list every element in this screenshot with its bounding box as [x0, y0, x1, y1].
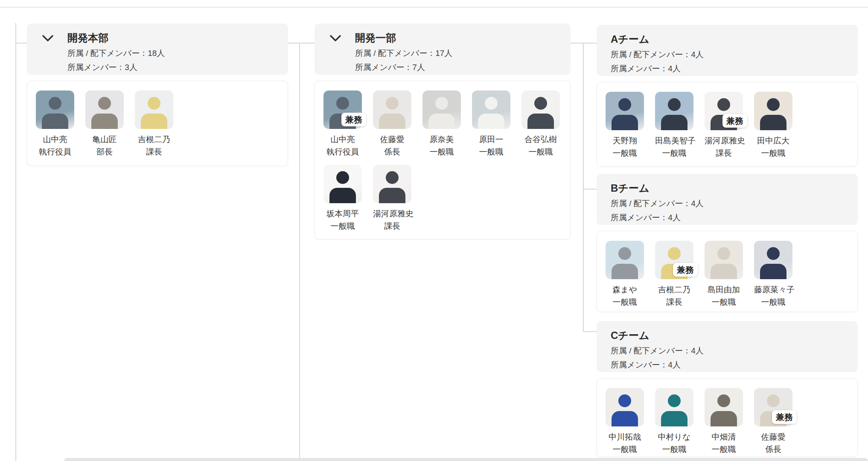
member-photo-image — [323, 165, 362, 203]
concurrent-badge: 兼務 — [722, 114, 747, 128]
member-photo-image — [521, 90, 560, 129]
member-card[interactable]: 原田一 一般職 — [472, 90, 510, 158]
org-chart: 開発本部 所属 / 配下メンバー：18人 所属メンバー：3人 山中亮 執行役員 … — [0, 0, 868, 461]
member-name: 湯河原雅史 — [373, 207, 411, 220]
member-photo: 兼務 — [754, 388, 792, 426]
member-card[interactable]: 山中亮 執行役員 — [36, 90, 74, 158]
member-name: 天野翔 — [606, 134, 644, 147]
group-stat-direct: 所属メンバー：3人 — [67, 60, 278, 74]
group-stat-total: 所属 / 配下メンバー：18人 — [67, 46, 278, 60]
member-photo: 兼務 — [705, 92, 743, 130]
member-photo — [373, 165, 411, 203]
member-photo — [655, 92, 693, 130]
member-photo: 兼務 — [655, 241, 693, 279]
member-name: 坂本周平 — [323, 207, 362, 220]
member-card[interactable]: 亀山匠 部長 — [85, 90, 124, 158]
member-card[interactable]: 原奈美 一般職 — [422, 90, 461, 158]
member-photo — [422, 90, 461, 129]
group-header-card[interactable]: Bチーム 所属 / 配下メンバー：4人 所属メンバー：4人 — [597, 174, 858, 225]
member-photo — [754, 241, 792, 279]
member-role: 課長 — [705, 147, 743, 159]
member-role: 課長 — [373, 220, 411, 232]
member-card[interactable]: 合谷弘樹 一般職 — [521, 90, 560, 158]
member-card[interactable]: 中畑清 一般職 — [705, 388, 743, 455]
member-card[interactable]: 島田由加 一般職 — [705, 241, 743, 308]
member-photo — [606, 92, 644, 130]
member-card[interactable]: 兼務 山中亮 執行役員 — [323, 90, 362, 158]
member-name: 湯河原雅史 — [705, 134, 743, 147]
member-photo — [85, 90, 124, 129]
member-card[interactable]: 湯河原雅史 課長 — [373, 165, 411, 232]
member-role: 一般職 — [754, 147, 792, 159]
concurrent-badge: 兼務 — [341, 113, 366, 126]
group-dev-hq: 開発本部 所属 / 配下メンバー：18人 所属メンバー：3人 山中亮 執行役員 … — [27, 23, 288, 166]
member-card[interactable]: 藤原菜々子 一般職 — [754, 241, 792, 308]
member-name: 亀山匠 — [85, 133, 124, 146]
member-photo — [472, 90, 510, 129]
member-card[interactable]: 佐藤愛 係長 — [373, 90, 411, 158]
members-card: 森まや 一般職 兼務 吉根二乃 課長 島田由加 一般職 藤原菜々子 一般職 — [597, 231, 858, 312]
members-card: 兼務 山中亮 執行役員 佐藤愛 係長 原奈美 一般職 原田一 一般職 — [315, 81, 571, 239]
member-photo — [606, 241, 644, 279]
group-title: Aチーム — [611, 32, 848, 46]
connector-line — [583, 189, 597, 190]
member-name: 原奈美 — [422, 133, 461, 146]
group-header-card[interactable]: 開発一部 所属 / 配下メンバー：17人 所属メンバー：7人 — [315, 23, 571, 75]
member-name: 中川拓哉 — [606, 431, 644, 443]
member-card[interactable]: 天野翔 一般職 — [606, 92, 644, 159]
member-photo-image — [36, 90, 74, 129]
connector-line — [583, 43, 584, 332]
member-role: 一般職 — [606, 296, 644, 308]
member-card[interactable]: 兼務 吉根二乃 課長 — [655, 241, 693, 308]
member-card[interactable]: 中村りな 一般職 — [655, 388, 693, 455]
member-role: 一般職 — [705, 443, 743, 455]
member-card[interactable]: 坂本周平 一般職 — [323, 165, 362, 232]
member-card[interactable]: 吉根二乃 課長 — [135, 90, 173, 158]
member-name: 島田由加 — [705, 283, 743, 296]
member-role: 一般職 — [606, 443, 644, 455]
member-photo-image — [705, 241, 743, 279]
group-header-card[interactable]: Cチーム 所属 / 配下メンバー：4人 所属メンバー：4人 — [597, 321, 858, 372]
member-name: 合谷弘樹 — [521, 133, 560, 146]
member-role: 課長 — [135, 146, 173, 158]
member-role: 一般職 — [655, 443, 693, 455]
group-header-card[interactable]: Aチーム 所属 / 配下メンバー：4人 所属メンバー：4人 — [597, 25, 858, 76]
member-role: 一般職 — [472, 146, 510, 158]
member-photo-image — [606, 388, 644, 426]
member-card[interactable]: 兼務 佐藤愛 係長 — [754, 388, 792, 455]
connector-line — [288, 43, 315, 44]
member-card[interactable]: 田中広大 一般職 — [754, 92, 792, 159]
group-stat-total: 所属 / 配下メンバー：4人 — [611, 47, 848, 61]
group-title: 開発一部 — [355, 31, 560, 45]
member-photo-image — [85, 90, 124, 129]
member-name: 中畑清 — [705, 431, 743, 443]
member-photo-image — [472, 90, 510, 129]
chevron-down-icon[interactable] — [330, 35, 341, 44]
member-photo — [754, 92, 792, 130]
member-card[interactable]: 兼務 湯河原雅史 課長 — [705, 92, 743, 159]
connector-line — [15, 43, 27, 44]
member-photo-image — [373, 165, 411, 203]
member-card[interactable]: 森まや 一般職 — [606, 241, 644, 308]
member-photo-image — [135, 90, 173, 129]
member-photo — [36, 90, 74, 129]
group-team-b: Bチーム 所属 / 配下メンバー：4人 所属メンバー：4人 森まや 一般職 兼務… — [597, 174, 858, 312]
concurrent-badge: 兼務 — [772, 410, 797, 424]
member-photo-image — [373, 90, 411, 129]
group-header-card[interactable]: 開発本部 所属 / 配下メンバー：18人 所属メンバー：3人 — [27, 23, 288, 75]
member-card[interactable]: 田島美智子 一般職 — [655, 92, 693, 159]
connector-line — [299, 43, 300, 461]
member-name: 田中広大 — [754, 134, 792, 147]
member-photo — [521, 90, 560, 129]
members-card: 山中亮 執行役員 亀山匠 部長 吉根二乃 課長 — [27, 81, 288, 166]
member-name: 中村りな — [655, 431, 693, 443]
member-photo — [373, 90, 411, 129]
member-card[interactable]: 中川拓哉 一般職 — [606, 388, 644, 455]
group-stat-total: 所属 / 配下メンバー：4人 — [611, 344, 848, 358]
chevron-down-icon[interactable] — [42, 35, 53, 44]
member-photo — [135, 90, 173, 129]
member-role: 課長 — [655, 296, 693, 308]
member-name: 原田一 — [472, 133, 510, 146]
members-card: 中川拓哉 一般職 中村りな 一般職 中畑清 一般職 兼務 佐藤愛 係長 — [597, 378, 858, 457]
group-stat-direct: 所属メンバー：7人 — [355, 60, 560, 74]
